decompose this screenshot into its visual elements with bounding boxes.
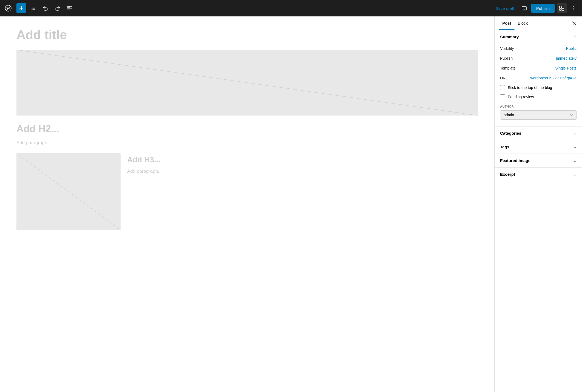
categories-header[interactable]: Categories ⌄ [495, 126, 582, 140]
tags-section: Tags ⌄ [495, 140, 582, 154]
visibility-row: Visibility Public [500, 44, 577, 53]
publish-value[interactable]: Immediately [556, 56, 577, 60]
publish-label: Publish [500, 56, 513, 60]
summary-header[interactable]: Summary ⌃ [495, 30, 582, 44]
svg-point-8 [574, 8, 574, 9]
pending-review-row: Pending review [500, 92, 577, 102]
categories-label: Categories [500, 131, 521, 136]
excerpt-chevron-down-icon: ⌄ [573, 172, 577, 177]
col-text: Add H3... Add paragraph... [127, 153, 478, 230]
image-placeholder-1[interactable] [16, 50, 478, 116]
tags-chevron-down-icon: ⌄ [573, 145, 577, 149]
template-value[interactable]: Single Posts [555, 66, 577, 70]
post-title-placeholder[interactable]: Add title [16, 27, 478, 42]
pending-review-checkbox[interactable] [500, 94, 505, 99]
image-placeholder-2[interactable] [16, 153, 121, 230]
categories-section: Categories ⌄ [495, 126, 582, 140]
preview-button[interactable] [519, 3, 529, 13]
svg-text:W: W [7, 6, 10, 10]
two-col-block: Add H3... Add paragraph... [16, 153, 478, 230]
url-value[interactable]: wordpress-63.kinsta/?p=24 [530, 76, 577, 80]
svg-rect-3 [560, 6, 561, 8]
stick-to-top-row: Stick to the top of the blog [500, 83, 577, 92]
publish-row: Publish Immediately [500, 53, 577, 63]
pending-review-label[interactable]: Pending review [508, 95, 534, 99]
svg-rect-6 [562, 8, 564, 10]
main-layout: Add title Add H2... Add paragraph... Add… [0, 16, 582, 392]
document-overview-button[interactable] [65, 3, 75, 13]
summary-section: Summary ⌃ Visibility Public Publish Imme… [495, 30, 582, 126]
paragraph-placeholder-2[interactable]: Add paragraph... [127, 169, 478, 174]
author-select[interactable]: admin [500, 110, 577, 120]
visibility-label: Visibility [500, 46, 514, 51]
add-block-button[interactable] [16, 3, 26, 13]
editor-area: Add title Add H2... Add paragraph... Add… [0, 16, 494, 392]
tab-block[interactable]: Block [515, 16, 531, 30]
summary-label: Summary [500, 34, 519, 39]
tags-header[interactable]: Tags ⌄ [495, 140, 582, 154]
featured-image-header[interactable]: Featured image ⌄ [495, 154, 582, 167]
undo-button[interactable] [41, 3, 50, 13]
tab-post[interactable]: Post [499, 16, 515, 30]
excerpt-label: Excerpt [500, 172, 515, 177]
url-label: URL [500, 76, 508, 80]
template-row: Template Single Posts [500, 63, 577, 73]
settings-button[interactable] [557, 3, 567, 13]
publish-button[interactable]: Publish [531, 4, 555, 13]
h3-placeholder[interactable]: Add H3... [127, 155, 478, 164]
visibility-value[interactable]: Public [566, 46, 577, 51]
sidebar: Post Block Summary ⌃ Visibility Public [494, 16, 582, 392]
categories-chevron-down-icon: ⌄ [573, 131, 577, 136]
paragraph-placeholder-1[interactable]: Add paragraph... [16, 140, 478, 146]
svg-point-7 [574, 6, 574, 7]
featured-image-label: Featured image [500, 158, 530, 163]
featured-image-section: Featured image ⌄ [495, 154, 582, 168]
stick-to-top-checkbox[interactable] [500, 85, 505, 90]
stick-to-top-label[interactable]: Stick to the top of the blog [508, 85, 552, 90]
more-options-button[interactable] [569, 3, 579, 13]
wp-logo: W [3, 3, 13, 13]
toolbar: W Save draft [0, 0, 582, 16]
template-label: Template [500, 66, 516, 70]
save-draft-button[interactable]: Save draft [493, 4, 517, 12]
url-row: URL wordpress-63.kinsta/?p=24 [500, 73, 577, 83]
svg-rect-4 [562, 6, 564, 8]
tags-label: Tags [500, 145, 509, 149]
redo-button[interactable] [53, 3, 62, 13]
sidebar-content: Summary ⌃ Visibility Public Publish Imme… [495, 30, 582, 392]
excerpt-section: Excerpt ⌄ [495, 168, 582, 181]
svg-rect-5 [560, 8, 561, 10]
summary-body: Visibility Public Publish Immediately Te… [495, 44, 582, 126]
sidebar-tabs: Post Block [495, 16, 582, 30]
summary-chevron-up-icon: ⌃ [573, 35, 577, 39]
author-section: AUTHOR admin [500, 102, 577, 121]
tools-button[interactable] [28, 3, 38, 13]
h2-placeholder[interactable]: Add H2... [16, 123, 478, 135]
toolbar-right: Save draft Publish [493, 3, 579, 13]
close-sidebar-button[interactable] [571, 16, 578, 30]
featured-image-chevron-down-icon: ⌄ [573, 158, 577, 163]
excerpt-header[interactable]: Excerpt ⌄ [495, 168, 582, 181]
svg-point-9 [574, 10, 574, 10]
author-label: AUTHOR [500, 105, 577, 108]
